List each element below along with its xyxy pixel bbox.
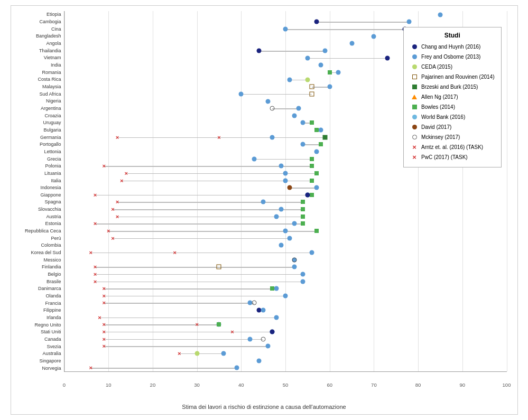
x-tick-label: 100 (503, 382, 511, 388)
range-line (95, 267, 294, 268)
data-point (318, 128, 323, 133)
y-label: Cina (16, 26, 61, 32)
data-point (310, 250, 314, 255)
y-label: Nigeria (16, 98, 61, 104)
data-point (301, 279, 305, 284)
data-point: × (230, 329, 234, 334)
data-point (279, 164, 283, 169)
data-point: × (103, 329, 106, 334)
data-point (234, 366, 239, 370)
y-label: Perù (16, 236, 61, 241)
y-label: Belgio (16, 272, 61, 277)
legend-item: Bowles (2014) (410, 102, 494, 111)
y-label: Lettonia (16, 149, 61, 155)
data-point (252, 156, 257, 161)
data-point (274, 286, 279, 291)
data-point (270, 286, 274, 291)
data-point: × (103, 300, 106, 306)
data-point (301, 221, 305, 226)
legend-symbol (410, 123, 419, 131)
legend-symbol (410, 102, 419, 111)
data-point (385, 55, 390, 60)
y-label: Thailandia (16, 48, 61, 54)
data-point (274, 315, 279, 320)
y-label: Malaysia (16, 84, 61, 90)
data-point: × (217, 134, 220, 140)
y-label: Grecia (16, 156, 61, 162)
data-point (319, 142, 323, 146)
data-point (274, 214, 279, 219)
y-label: Angola (16, 41, 61, 46)
y-label: Irlanda (16, 315, 61, 321)
data-point (310, 179, 314, 183)
data-point (349, 41, 354, 46)
range-line (241, 94, 312, 95)
legend-symbol: × (410, 143, 419, 151)
data-point: × (116, 199, 119, 205)
data-point (301, 142, 305, 147)
data-point (217, 322, 221, 326)
y-label: Francia (16, 301, 61, 306)
legend-item: Frey and Osborne (2013) (410, 52, 494, 61)
data-point (256, 49, 261, 53)
data-point (261, 308, 266, 313)
data-point: × (94, 221, 97, 227)
data-point (194, 351, 199, 356)
y-label: Austria (16, 214, 61, 220)
data-point (270, 106, 274, 111)
y-label: Regno Unito (16, 322, 61, 328)
legend-symbol (410, 52, 419, 61)
data-point (314, 128, 319, 132)
y-label: Bangladesh (16, 33, 61, 39)
data-point: × (111, 207, 114, 212)
range-line (308, 58, 387, 59)
data-point (283, 178, 288, 183)
data-point (256, 358, 261, 363)
legend-symbol (410, 133, 419, 141)
data-point (323, 49, 328, 53)
legend-item: Chang and Huynh (2016) (410, 42, 494, 51)
y-label: Bulgaria (16, 127, 61, 133)
legend-item: Allen Ng (2017) (410, 92, 494, 101)
data-point (310, 85, 314, 89)
data-point (328, 70, 332, 74)
data-point (314, 20, 319, 24)
data-point (310, 164, 314, 168)
range-line (317, 22, 410, 23)
legend-symbol: × (410, 153, 419, 161)
data-point (292, 257, 297, 262)
data-point (310, 120, 314, 125)
data-point (297, 106, 301, 111)
y-label: Costa Rica (16, 77, 61, 82)
range-line (113, 209, 303, 210)
data-point (265, 344, 270, 349)
legend-symbol (410, 82, 419, 91)
data-point: × (103, 286, 106, 292)
data-point: × (103, 336, 106, 342)
y-label: Slovacchia (16, 207, 61, 212)
legend-label: CEDA (2015) (421, 64, 452, 70)
data-point (318, 63, 323, 68)
data-point (310, 193, 314, 197)
y-label: Messico (16, 257, 61, 263)
data-point: × (178, 350, 181, 356)
data-point (301, 272, 305, 276)
data-point (248, 337, 253, 341)
y-label: Indonesia (16, 185, 61, 191)
legend-title: Studi (410, 32, 494, 39)
range-line (285, 29, 405, 30)
x-tick-label: 60 (327, 382, 332, 388)
data-point (283, 27, 288, 32)
data-point: × (94, 192, 97, 198)
data-point: × (89, 249, 92, 255)
x-tick-label: 10 (106, 382, 112, 388)
range-line (179, 353, 224, 354)
data-point: × (195, 322, 198, 328)
data-point: × (103, 163, 106, 169)
data-point: × (111, 235, 114, 241)
y-label: Singapore (16, 358, 61, 364)
data-point (292, 265, 297, 269)
y-label: Colombia (16, 242, 61, 248)
range-line (259, 51, 326, 52)
range-line (91, 368, 237, 369)
